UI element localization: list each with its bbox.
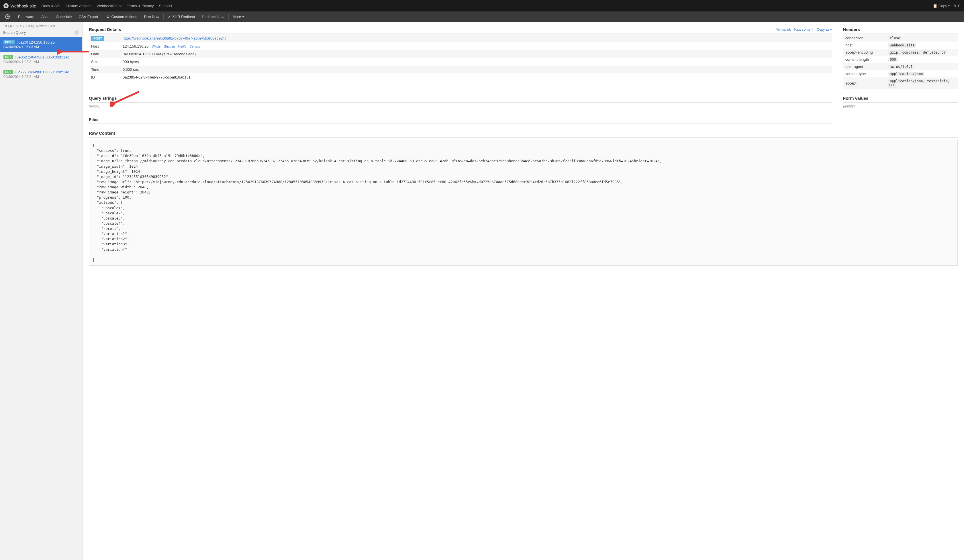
header-name: host	[843, 42, 886, 49]
request-item[interactable]: GET#5e352 2404:f801:8050:3:bf::1ac04/30/…	[0, 52, 82, 67]
nav-webhookscript[interactable]: WebhookScript	[96, 4, 122, 8]
header-row: content-typeapplication/json	[843, 70, 958, 77]
detail-row-date: Date 04/30/2024 1:05:03 AM (a few second…	[89, 50, 832, 58]
edit-label: E	[958, 4, 961, 8]
time-label: Time	[89, 66, 120, 73]
query-strings-title: Query strings	[89, 96, 832, 103]
top-nav-left: ⇆ Webhook.site Docs & API Custom Actions…	[3, 3, 172, 8]
header-value: 900	[888, 57, 897, 62]
header-name: accept-encoding	[843, 49, 886, 56]
shodan-link[interactable]: Shodan	[164, 45, 175, 48]
subnav-csv[interactable]: CSV Export	[75, 11, 101, 22]
content: Request Details Permalink Raw content Co…	[83, 22, 964, 560]
header-name: accept	[843, 77, 886, 89]
header-name: user-agent	[843, 63, 886, 70]
headers-title: Headers	[843, 27, 860, 32]
request-hash: #5e352 2404:f801:8050:3:bf::1ac	[15, 55, 69, 59]
permalink-link[interactable]: Permalink	[775, 28, 791, 31]
raw-content-title: Raw Content	[89, 131, 958, 138]
size-value: 900 bytes	[120, 58, 832, 66]
host-links: Whois Shodan Netify Censys	[150, 44, 200, 49]
subnav-custom-actions[interactable]: ⚙ Custom Actions	[103, 11, 140, 22]
id-label: ID	[89, 73, 120, 81]
nav-docs[interactable]: Docs & API	[42, 4, 60, 8]
censys-link[interactable]: Censys	[190, 45, 200, 48]
request-url[interactable]: https://webhook.site/995d0a91-d737-40a7-…	[123, 36, 227, 41]
main: REQUESTS (3/100) Newest First ? POST#0a2…	[0, 22, 964, 560]
request-details: Request Details Permalink Raw content Co…	[89, 27, 832, 89]
request-date: 04/30/2024 1:03:21 AM	[3, 60, 79, 64]
netify-link[interactable]: Netify	[178, 45, 186, 48]
clock-button[interactable]	[2, 11, 13, 22]
brand[interactable]: ⇆ Webhook.site	[3, 3, 36, 8]
host-value: 124.156.136.25	[123, 44, 148, 49]
header-value: webhook.site	[888, 43, 916, 47]
detail-row-host: Host 124.156.136.25 Whois Shodan Netify …	[89, 42, 832, 50]
sidebar-header: REQUESTS (3/100) Newest First	[0, 22, 82, 29]
request-date: 04/30/2024 1:03:21 AM	[3, 75, 79, 79]
detail-row-id: ID 0a23ff54-62f8-44ed-9776-5c5a818ab151	[89, 73, 832, 81]
time-value: 0.000 sec	[120, 66, 832, 73]
redirect-icon: ↗	[168, 15, 171, 19]
edit-icon: ✎	[954, 4, 957, 8]
method-badge: POST	[3, 40, 15, 44]
subnav-run-now[interactable]: Run Now	[141, 11, 163, 22]
raw-content-link[interactable]: Raw content	[794, 28, 813, 31]
copy-icon: 📋	[933, 4, 937, 8]
header-name: connection	[843, 34, 886, 42]
query-strings-empty: (empty)	[89, 103, 832, 110]
nav-custom-actions[interactable]: Custom Actions	[65, 4, 91, 8]
request-item[interactable]: GET#5c727 2404:f801:8050:3:bf::1ac04/30/…	[0, 67, 82, 82]
header-name: content-length	[843, 56, 886, 63]
request-item[interactable]: POST#0a23f 124.156.136.2504/30/2024 1:05…	[0, 37, 82, 52]
raw-content-body: { "success": true, "task_id": "f6e39eaf-…	[89, 140, 958, 266]
request-hash: #0a23f 124.156.136.25	[16, 40, 55, 44]
subnav-custom-actions-label: Custom Actions	[111, 15, 137, 19]
subnav-more[interactable]: More	[229, 11, 248, 22]
search-row: ?	[0, 29, 82, 37]
subnav-schedule[interactable]: Schedule	[53, 11, 75, 22]
request-hash: #5c727 2404:f801:8050:3:bf::1ac	[15, 70, 69, 74]
header-value: application/json	[888, 72, 925, 76]
id-value: 0a23ff54-62f8-44ed-9776-5c5a818ab151	[120, 73, 832, 81]
form-values-title: Form values	[843, 96, 958, 103]
search-input[interactable]	[3, 30, 80, 35]
header-name: content-type	[843, 70, 886, 77]
subnav-redirect-now: Redirect Now	[199, 11, 228, 22]
help-icon[interactable]: ?	[74, 30, 79, 35]
request-list: POST#0a23f 124.156.136.2504/30/2024 1:05…	[0, 37, 82, 82]
sort-newest[interactable]: Newest First	[36, 24, 55, 28]
query-strings-section: Query strings (empty)	[89, 94, 832, 110]
header-value: close	[888, 36, 902, 41]
clock-icon	[5, 14, 10, 19]
divider	[228, 13, 229, 20]
sub-nav: Password Alias Schedule CSV Export ⚙ Cus…	[0, 11, 964, 22]
detail-row-size: Size 900 bytes	[89, 58, 832, 66]
header-row: acceptapplication/json, text/plain, */*	[843, 77, 958, 89]
details-table: POST https://webhook.site/995d0a91-d737-…	[89, 34, 832, 81]
request-date: 04/30/2024 1:05:03 AM	[3, 45, 79, 49]
nav-terms[interactable]: Terms & Privacy	[127, 4, 154, 8]
subnav-xhr-label: XHR Redirect	[172, 15, 195, 19]
header-row: accept-encodinggzip, compress, deflate, …	[843, 49, 958, 56]
form-values-section: Form values (empty)	[843, 94, 958, 110]
gear-icon: ⚙	[106, 15, 110, 19]
headers-table: connectionclosehostwebhook.siteaccept-en…	[843, 34, 958, 89]
header-row: user-agentaxios/1.6.1	[843, 63, 958, 70]
headers-header: Headers	[843, 27, 958, 34]
subnav-password[interactable]: Password	[15, 11, 38, 22]
divider	[163, 13, 164, 20]
detail-row-url: POST https://webhook.site/995d0a91-d737-…	[89, 34, 832, 42]
nav-support[interactable]: Support	[159, 4, 172, 8]
form-values-empty: (empty)	[843, 103, 958, 110]
subnav-xhr-redirect[interactable]: ↗ XHR Redirect	[164, 11, 198, 22]
top-nav-right: 📋 Copy ✎ E	[933, 4, 961, 8]
subnav-alias[interactable]: Alias	[38, 11, 53, 22]
copy-menu[interactable]: 📋 Copy	[933, 4, 950, 8]
divider	[14, 13, 14, 20]
edit-button[interactable]: ✎ E	[954, 4, 961, 8]
host-label: Host	[89, 42, 120, 50]
whois-link[interactable]: Whois	[152, 45, 161, 48]
copy-as-menu[interactable]: Copy as	[817, 28, 832, 31]
brand-icon: ⇆	[3, 3, 8, 8]
